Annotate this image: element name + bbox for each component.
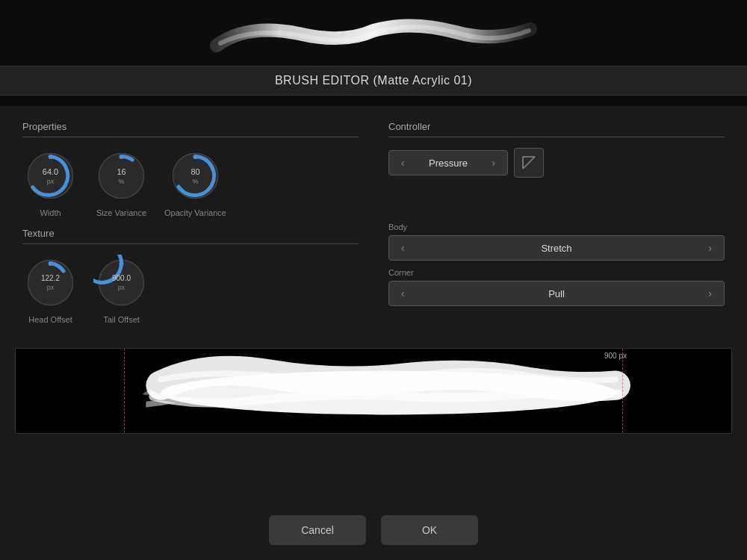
corner-next-btn[interactable]: › [705,287,715,299]
width-knob[interactable]: 64.0 px [22,148,78,204]
pressure-graph-btn[interactable] [514,148,544,178]
properties-title: Properties [22,121,359,137]
properties-knobs-row: 64.0 px Width 16 % Size Variance [22,148,359,217]
pressure-value: Pressure [408,158,489,169]
tail-offset-knob[interactable]: 900.0 px [93,255,149,311]
right-marker-line [622,349,623,433]
svg-point-22 [120,261,124,266]
head-offset-label: Head Offset [28,315,72,324]
brush-stroke-svg [209,17,538,55]
editor-title: BRUSH EDITOR (Matte Acrylic 01) [0,66,747,96]
svg-text:px: px [47,178,55,185]
svg-text:900.0: 900.0 [112,274,131,282]
pressure-prev-btn[interactable]: ‹ [398,157,408,169]
ok-button[interactable]: OK [381,515,478,545]
canvas-size-label: 900 px [604,352,627,360]
body-prev-btn[interactable]: ‹ [398,242,408,254]
brush-preview [0,13,747,58]
svg-point-17 [49,261,53,266]
svg-text:px: px [47,284,55,291]
left-panel: Properties 64.0 px Width [22,121,359,333]
body-selector-section: Body ‹ Stretch › Corner ‹ Pull › [388,223,725,306]
controller-row: ‹ Pressure › [388,148,725,178]
body-selector-group: ‹ Stretch › [388,235,725,261]
pressure-selector[interactable]: ‹ Pressure › [388,150,508,175]
size-variance-knob[interactable]: 16 % [93,148,149,204]
texture-title: Texture [22,228,359,244]
body-sub-label: Body [388,223,725,231]
body-selector[interactable]: ‹ Stretch › [388,235,725,261]
opacity-variance-knob-container[interactable]: 80 % Opacity Variance [164,148,226,217]
bottom-bar: Cancel OK [0,515,747,545]
svg-line-25 [523,157,535,169]
cancel-button[interactable]: Cancel [269,515,366,545]
right-panel: Controller ‹ Pressure › Body [374,121,725,333]
svg-text:px: px [118,284,125,291]
svg-text:%: % [192,178,198,185]
canvas-stroke-svg [16,349,731,433]
corner-selector[interactable]: ‹ Pull › [388,281,725,306]
canvas-preview: 900 px [15,348,732,434]
svg-point-2 [49,155,53,159]
head-offset-knob-container[interactable]: 122.2 px Head Offset [22,255,78,324]
texture-section: Texture 122.2 px Head Offset [22,228,359,324]
size-variance-label: Size Variance [96,208,146,217]
svg-text:%: % [118,178,124,185]
corner-sub-label: Corner [388,268,725,277]
graph-icon [520,154,538,172]
pressure-next-btn[interactable]: › [489,157,498,169]
svg-point-15 [28,261,73,305]
svg-text:122.2: 122.2 [41,274,60,282]
body-value: Stretch [408,243,706,254]
controller-title: Controller [388,121,725,137]
svg-text:64.0: 64.0 [43,167,58,176]
svg-point-7 [120,155,124,159]
corner-selector-group: ‹ Pull › [388,281,725,306]
corner-value: Pull [408,288,706,299]
tail-offset-knob-container[interactable]: 900.0 px Tail Offset [93,255,149,324]
width-label: Width [40,208,61,217]
head-offset-knob[interactable]: 122.2 px [22,255,78,311]
size-variance-knob-container[interactable]: 16 % Size Variance [93,148,149,217]
svg-point-12 [193,155,197,159]
tail-offset-label: Tail Offset [103,315,140,324]
header-area: BRUSH EDITOR (Matte Acrylic 01) [0,0,747,106]
corner-prev-btn[interactable]: ‹ [398,287,408,299]
width-knob-container[interactable]: 64.0 px Width [22,148,78,217]
canvas-inner: 900 px [16,349,731,433]
opacity-variance-knob[interactable]: 80 % [167,148,223,204]
texture-knobs-row: 122.2 px Head Offset 900.0 px Ta [22,255,359,324]
controller-section: Controller ‹ Pressure › [388,121,725,178]
opacity-variance-label: Opacity Variance [164,208,226,217]
svg-text:80: 80 [190,167,199,176]
svg-text:16: 16 [117,167,125,176]
body-next-btn[interactable]: › [705,242,715,254]
left-marker-line [124,349,125,433]
main-content: Properties 64.0 px Width [0,106,747,348]
